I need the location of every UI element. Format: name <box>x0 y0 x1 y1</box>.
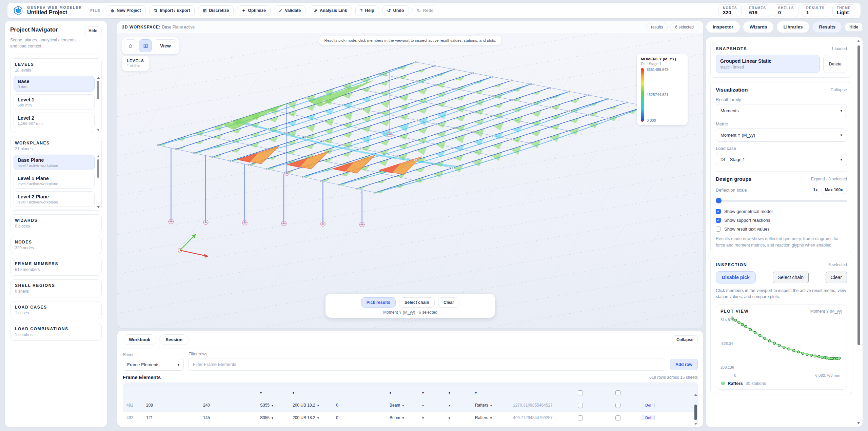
navigator-section-card[interactable]: SHELL REGIONS 0 shells <box>10 279 102 297</box>
table-row-partial[interactable]: ▾ ▾ ▾ ▾ ▾ ▾ <box>123 387 697 399</box>
cell-angle[interactable]: 0 <box>333 415 386 420</box>
cell-material-select[interactable]: S355▾ <box>257 403 289 408</box>
snapshot-delete-button[interactable]: Delete <box>823 55 847 73</box>
scroll-thumb[interactable] <box>694 405 697 420</box>
scroll-up-icon[interactable] <box>694 394 697 396</box>
level-item[interactable]: Level 2 1,166.667 mm <box>14 113 95 128</box>
scroll-down-icon[interactable] <box>97 206 100 208</box>
design-groups-expand-link[interactable]: Expand · 8 selected <box>811 177 847 181</box>
header-button[interactable]: ⇅ Import / Export <box>149 5 195 16</box>
visualization-collapse-link[interactable]: Collapse <box>830 87 847 92</box>
compression-only-checkbox[interactable] <box>615 415 620 420</box>
add-grid-button[interactable]: ⊞ <box>139 39 152 52</box>
scroll-up-icon[interactable] <box>97 155 100 157</box>
viz-field-select[interactable]: Moment Y (M_yy) ▾ <box>716 129 847 142</box>
cell-group-select[interactable]: Rafters▾ <box>472 415 510 420</box>
workbook-collapse-button[interactable]: Collapse <box>672 335 698 344</box>
cell-material-select[interactable]: S355▾ <box>257 415 289 420</box>
slider-track[interactable] <box>716 200 847 202</box>
scroll-thumb[interactable] <box>97 159 99 178</box>
sheet-select[interactable]: Frame Elements ▾ <box>123 359 184 371</box>
tension-only-checkbox[interactable] <box>578 403 583 408</box>
table-scrollbar[interactable] <box>694 394 697 425</box>
header-button[interactable]: ↻ Redo <box>412 5 438 16</box>
table-row[interactable]: 492 121 145 S355▾ 200 UB 18.2▾ 0 Beam▾ ▾… <box>123 412 697 424</box>
tension-only-checkbox[interactable] <box>578 390 583 395</box>
level-item[interactable]: Base 0 mm <box>14 76 95 92</box>
tab-session[interactable]: Session <box>159 334 189 345</box>
checkbox[interactable] <box>716 218 721 223</box>
cell-node2[interactable]: 240 <box>200 403 257 408</box>
workplane-item[interactable]: Base Plane level / active-workplane <box>14 155 95 170</box>
scroll-up-icon[interactable] <box>97 77 100 79</box>
cell-section-select[interactable]: 200 UB 18.2▾ <box>289 415 333 420</box>
snapshot-item[interactable]: Grouped Linear Static static · linked <box>716 55 820 73</box>
scroll-down-icon[interactable] <box>857 422 860 424</box>
navigator-section-card[interactable]: LOAD CASES 1 cases <box>10 301 102 319</box>
add-row-button[interactable]: Add row <box>670 359 698 370</box>
checkbox[interactable] <box>716 209 721 214</box>
header-button[interactable]: ✓ Validate <box>274 5 305 16</box>
structural-model-canvas[interactable] <box>117 33 703 328</box>
scroll-up-icon[interactable] <box>857 40 860 42</box>
display-toggle[interactable]: Show support reactions <box>716 218 847 223</box>
tab-wizards[interactable]: Wizards <box>743 21 774 33</box>
workplanes-scrollbar[interactable] <box>97 155 100 208</box>
select-chain-button[interactable]: Select chain <box>773 272 809 283</box>
slider-thumb[interactable] <box>716 198 722 203</box>
pick-results-button[interactable]: Pick results <box>361 297 396 308</box>
cell-node1[interactable]: 208 <box>143 403 200 408</box>
cell-type-select[interactable]: Beam▾ <box>386 403 419 408</box>
deflection-max-button[interactable]: Max 100x <box>821 186 847 194</box>
compression-only-checkbox[interactable] <box>615 390 620 395</box>
tab-inspector[interactable]: Inspector <box>706 21 740 33</box>
tension-only-checkbox[interactable] <box>578 415 583 420</box>
navigator-hide-button[interactable]: Hide <box>84 26 102 35</box>
cell-group-select[interactable]: Rafters▾ <box>472 403 510 408</box>
header-button[interactable]: ? Help <box>355 5 379 16</box>
level-item[interactable]: Level 3 <box>14 131 95 133</box>
filter-input[interactable] <box>189 358 665 371</box>
deflection-slider[interactable] <box>716 198 847 204</box>
cell-endj-select[interactable]: ▾ <box>445 416 472 420</box>
view-menu-button[interactable]: View <box>154 39 177 52</box>
select-chain-button[interactable]: Select chain <box>399 297 435 308</box>
tab-workbook[interactable]: Workbook <box>123 334 156 345</box>
level-item[interactable]: Level 1 500 mm <box>14 94 95 110</box>
scroll-down-icon[interactable] <box>694 423 697 425</box>
compression-only-checkbox[interactable] <box>615 403 620 408</box>
cell-angle[interactable]: 0 <box>333 403 386 408</box>
scroll-thumb[interactable] <box>857 45 860 345</box>
workplane-item[interactable]: Level 2 Plane level / active-workplane <box>14 191 95 207</box>
levels-scrollbar[interactable] <box>97 77 100 131</box>
delete-row-button[interactable]: Del <box>642 403 655 408</box>
home-view-button[interactable]: ⌂ <box>124 39 137 52</box>
display-toggle[interactable]: Show geometrical model <box>716 209 847 214</box>
cell-node2[interactable]: 145 <box>200 415 257 420</box>
clear-button[interactable]: Clear <box>826 272 847 283</box>
checkbox[interactable] <box>716 227 721 232</box>
cell-endj-select[interactable]: ▾ <box>445 404 472 407</box>
header-button[interactable]: ⊕ New Project <box>106 5 145 16</box>
navigator-section-card[interactable]: FRAME MEMBERS 619 members <box>10 258 102 276</box>
tab-libraries[interactable]: Libraries <box>776 21 809 33</box>
scroll-down-icon[interactable] <box>97 129 100 131</box>
cell-endi-select[interactable]: ▾ <box>419 404 445 407</box>
navigator-section-card[interactable]: NODES 320 nodes <box>10 236 102 254</box>
viz-field-select[interactable]: Moments ▾ <box>716 104 847 117</box>
viz-field-select[interactable]: DL · Stage 1 ▾ <box>716 153 847 166</box>
plot-area[interactable]: 314,815 ,528.34 258.136 <box>721 315 842 373</box>
navigator-section-card[interactable]: LOAD COMBINATIONS 1 combos <box>10 323 102 341</box>
tab-results[interactable]: Results <box>812 21 842 33</box>
cell-section-select[interactable]: 200 UB 18.2▾ <box>289 403 333 408</box>
cell-endi-select[interactable]: ▾ <box>419 416 445 420</box>
disable-pick-button[interactable]: Disable pick <box>716 271 756 283</box>
scroll-thumb[interactable] <box>97 81 99 99</box>
header-button[interactable]: ⇗ Analysis Link <box>309 5 352 16</box>
delete-row-button[interactable]: Del <box>642 415 655 420</box>
header-button[interactable]: ✦ Optimize <box>237 5 271 16</box>
cell-type-select[interactable]: Beam▾ <box>386 415 419 420</box>
workplane-item[interactable]: Level 1 Plane level / active-workplane <box>14 173 95 189</box>
workplane-item[interactable]: Level 3 Plane <box>14 210 95 210</box>
header-button[interactable]: ⊞ Discretize <box>198 5 234 16</box>
